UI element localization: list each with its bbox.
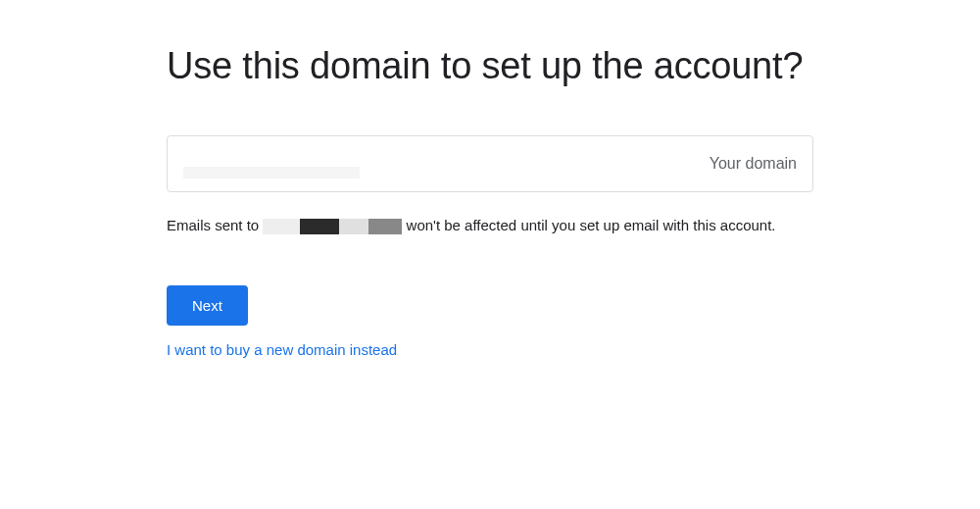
next-button[interactable]: Next: [167, 285, 248, 326]
buy-domain-link[interactable]: I want to buy a new domain instead: [167, 341, 813, 358]
domain-input-label: Your domain: [710, 155, 797, 173]
domain-input-redacted-value: [183, 167, 360, 178]
page-title: Use this domain to set up the account?: [167, 43, 813, 90]
helper-text: Emails sent to won't be affected until y…: [167, 214, 813, 236]
redacted-domain: [263, 219, 402, 234]
helper-text-suffix: won't be affected until you set up email…: [402, 217, 775, 233]
helper-text-prefix: Emails sent to: [167, 217, 263, 233]
domain-input-wrapper[interactable]: Your domain: [167, 135, 813, 192]
domain-setup-container: Use this domain to set up the account? Y…: [167, 43, 813, 358]
